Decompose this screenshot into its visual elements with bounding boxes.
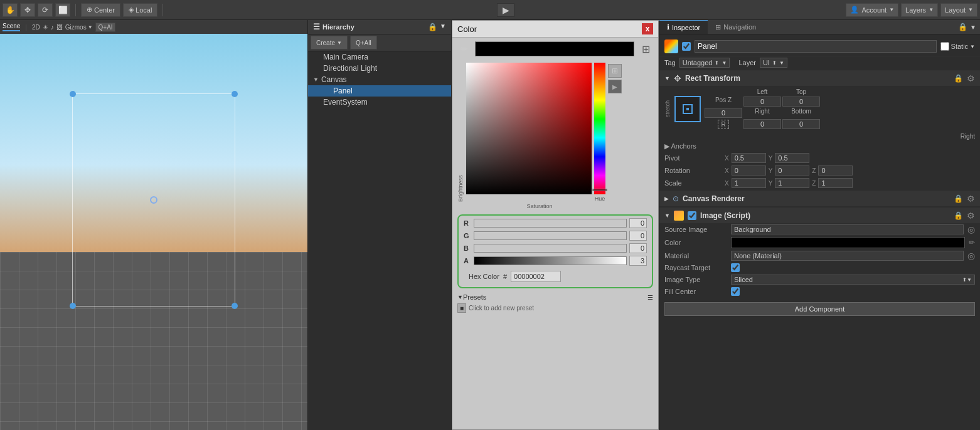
- posz-input[interactable]: [705, 108, 742, 118]
- hue-label: Hue: [595, 196, 605, 202]
- hex-input[interactable]: [511, 271, 561, 282]
- channel-value-b: 0: [629, 243, 647, 253]
- right-input[interactable]: [743, 119, 781, 129]
- color-edit-icon[interactable]: ✏: [969, 238, 975, 247]
- layers-dropdown[interactable]: Layers ▼: [901, 3, 938, 17]
- scale-z-input[interactable]: [818, 178, 853, 188]
- pivot-y-label: Y: [769, 155, 773, 162]
- channel-row-b: B 0: [464, 243, 647, 253]
- color-field-value[interactable]: [731, 237, 965, 248]
- rect-gear-icon[interactable]: ⚙: [967, 73, 975, 83]
- search-scene-btn[interactable]: Q+Al: [95, 23, 116, 32]
- canvas-renderer-icon: ⊙: [673, 194, 679, 203]
- hand-tool-btn[interactable]: ✋: [3, 3, 18, 17]
- inspector-object-row: Static ▼: [659, 37, 980, 56]
- scale-x-label: X: [725, 180, 729, 187]
- color-icon-2[interactable]: ▶: [608, 80, 622, 93]
- center-btn[interactable]: ⊕ Center: [81, 3, 120, 17]
- image-script-gear[interactable]: ⚙: [967, 211, 975, 221]
- hierarchy-header: ☰ Hierarchy 🔒 ▼: [308, 20, 451, 34]
- scale-tool-btn[interactable]: ⬜: [55, 3, 70, 17]
- object-name-input[interactable]: [695, 40, 937, 53]
- image-type-dropdown[interactable]: Sliced ⬆▼: [731, 275, 975, 285]
- color-swatch-btn[interactable]: ⊞: [638, 41, 653, 56]
- hue-slider[interactable]: [594, 63, 605, 194]
- left-input[interactable]: [743, 97, 781, 107]
- handle-bl: [70, 303, 76, 309]
- tab-inspector[interactable]: ℹ Inspector: [659, 20, 708, 34]
- top-input[interactable]: [782, 97, 820, 107]
- layer-dropdown-icon: ⬆: [772, 60, 777, 66]
- local-btn[interactable]: ◈ Local: [123, 3, 157, 17]
- channel-slider-g[interactable]: [474, 231, 627, 240]
- mode-2d[interactable]: 2D: [32, 24, 40, 31]
- channel-value-g: 0: [629, 231, 647, 241]
- layer-dropdown[interactable]: UI ⬆ ▼: [760, 58, 787, 68]
- rect-transform-header[interactable]: ▼ ✥ Rect Transform 🔒 ⚙: [659, 71, 980, 86]
- tag-dropdown-icon: ⬆: [715, 60, 719, 66]
- pivot-y-input[interactable]: [775, 153, 809, 163]
- scene-tab[interactable]: Scene: [3, 23, 20, 31]
- hierarchy-search-btn[interactable]: Q+All: [350, 36, 377, 50]
- presets-label: Presets: [463, 293, 486, 301]
- scale-x-input[interactable]: [732, 178, 766, 188]
- hierarchy-item-panel[interactable]: Panel: [308, 85, 451, 97]
- add-component-btn[interactable]: Add Component: [664, 302, 975, 316]
- rot-y-input[interactable]: [775, 165, 809, 176]
- right-indicator: Right: [961, 133, 975, 140]
- tag-dropdown[interactable]: Untagged ⬆ ▼: [679, 58, 730, 68]
- hierarchy-item-canvas[interactable]: ▼ Canvas: [308, 74, 451, 85]
- material-target-icon[interactable]: ◎: [967, 251, 975, 261]
- presets-menu-icon: ☰: [647, 294, 653, 301]
- account-dropdown[interactable]: 👤 Account ▼: [846, 3, 898, 17]
- handle-tr: [232, 91, 238, 97]
- r-btn[interactable]: R: [718, 120, 728, 129]
- brightness-label: Brightness: [457, 63, 464, 202]
- color-icon-1[interactable]: ⊞: [608, 64, 622, 78]
- channel-label-b: B: [464, 244, 471, 252]
- image-script-section: ▼ Image (Script) 🔒 ⚙ Source Image Backgr…: [659, 207, 980, 297]
- object-active-checkbox[interactable]: [682, 42, 691, 51]
- rot-x-input[interactable]: [732, 165, 766, 176]
- canvas-renderer-gear[interactable]: ⚙: [967, 194, 975, 204]
- channel-value-r: 0: [629, 218, 647, 228]
- hierarchy-item-eventsystem[interactable]: EventSystem: [308, 97, 451, 108]
- canvas-renderer-header[interactable]: ▶ ⊙ Canvas Renderer 🔒 ⚙: [659, 191, 980, 206]
- image-script-enabled[interactable]: [688, 211, 696, 220]
- eyedropper-btn[interactable]: ✏: [457, 42, 471, 56]
- bottom-input[interactable]: [782, 119, 820, 129]
- move-tool-btn[interactable]: ✥: [20, 3, 35, 17]
- anchor-icon-box[interactable]: [674, 96, 701, 122]
- hierarchy-item-main-camera[interactable]: Main Camera: [308, 51, 451, 63]
- presets-add-btn[interactable]: ■ Click to add new preset: [457, 303, 653, 313]
- channel-slider-r[interactable]: [474, 219, 627, 228]
- layout-dropdown[interactable]: Layout ▼: [940, 3, 977, 17]
- hierarchy-create-btn[interactable]: Create ▼: [311, 36, 348, 50]
- rot-x-label: X: [725, 167, 729, 174]
- top-col-label: Top: [782, 88, 820, 95]
- anchors-expand[interactable]: ▶ Anchors: [664, 142, 721, 150]
- source-image-target-icon[interactable]: ◎: [967, 224, 975, 234]
- tab-navigation[interactable]: ⊞ Navigation: [708, 20, 764, 34]
- channel-slider-b[interactable]: [474, 244, 627, 253]
- saturation-label: Saturation: [477, 202, 602, 209]
- gizmos-btn[interactable]: Gizmos: [65, 24, 87, 31]
- channel-slider-a[interactable]: [474, 256, 627, 265]
- fill-center-row: Fill Center: [659, 286, 980, 297]
- color-gradient-picker[interactable]: [466, 63, 592, 194]
- raycast-checkbox[interactable]: [731, 263, 740, 272]
- channel-row-r: R 0: [464, 218, 647, 228]
- right-col-label: Right: [743, 108, 781, 118]
- static-checkbox[interactable]: [940, 42, 949, 51]
- color-close-btn[interactable]: x: [642, 23, 653, 34]
- image-script-title: Image (Script): [700, 211, 950, 220]
- fill-center-checkbox[interactable]: [731, 287, 740, 296]
- pivot-x-input[interactable]: [732, 153, 766, 163]
- scale-y-input[interactable]: [775, 178, 809, 188]
- play-btn[interactable]: ▶: [497, 3, 514, 17]
- image-script-header[interactable]: ▼ Image (Script) 🔒 ⚙: [659, 208, 980, 223]
- hierarchy-item-directional-light[interactable]: Directional Light: [308, 63, 451, 74]
- rotate-tool-btn[interactable]: ⟳: [38, 3, 53, 17]
- rot-z-input[interactable]: [818, 165, 853, 176]
- posz-col-label: Pos Z: [705, 97, 742, 107]
